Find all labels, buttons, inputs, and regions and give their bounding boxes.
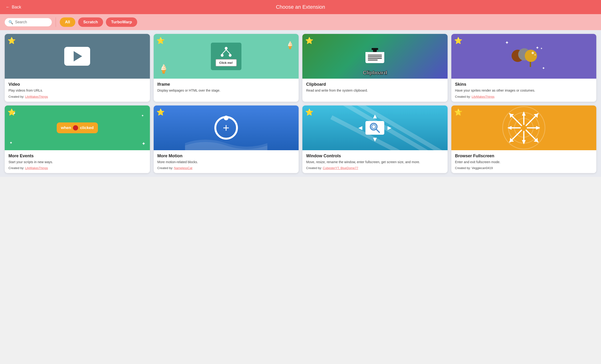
star-icon: ⭐ xyxy=(157,37,165,44)
clicked-text: clicked xyxy=(80,125,94,130)
extension-image-iframe: ⭐ 🍦 🍦 Click me! xyxy=(154,34,299,79)
clipboard-clip xyxy=(373,50,377,52)
extension-info-more-motion: More Motion More motion-related blocks. … xyxy=(154,150,299,173)
extension-info-skins: Skins Have your sprites render as other … xyxy=(451,79,597,102)
clipboard-title-overlay: Clipboard xyxy=(363,70,387,76)
clipboard-icon-group xyxy=(365,50,384,63)
extension-desc: Read and write from the system clipboard… xyxy=(306,88,444,93)
svg-point-8 xyxy=(525,50,537,62)
svg-point-18 xyxy=(503,107,545,149)
extension-desc: Have your sprites render as other images… xyxy=(455,88,593,93)
credit-link[interactable]: LilyMakesThings xyxy=(471,95,494,98)
window-arrows-group: ▲ ◄ ► ▼ xyxy=(357,112,393,143)
skins-candy-group: ✦ ✦ ✦ ✦ xyxy=(507,44,540,68)
search-input[interactable] xyxy=(15,20,48,24)
extension-info-window-controls: Window Controls Move, resize, rename the… xyxy=(302,150,448,173)
credit-name: Veggiecan0419 xyxy=(471,166,493,170)
extension-desc: Start your scripts in new ways. xyxy=(9,160,146,165)
extension-info-clipboard: Clipboard Read and write from the system… xyxy=(302,79,448,98)
video-play-icon xyxy=(64,47,90,66)
extension-card-window-controls[interactable]: ⭐ ▲ ◄ xyxy=(302,105,448,173)
sparkle-icon-3: ✦ xyxy=(540,47,543,50)
red-dot xyxy=(73,125,78,131)
extension-name: Iframe xyxy=(157,82,295,87)
extension-credit: Created by: CubesterYT, BlueDome77 xyxy=(306,166,444,170)
motion-plus-icon: + xyxy=(223,122,230,133)
svg-point-20 xyxy=(514,118,533,137)
motion-circle-icon: + xyxy=(214,116,238,140)
back-label: Back xyxy=(12,5,21,10)
window-middle-row: ◄ ► xyxy=(357,121,393,135)
extension-card-clipboard[interactable]: ⭐ Clipboard Clipboard Read and write fro… xyxy=(302,34,448,102)
extension-image-browser-fullscreen: ⭐ xyxy=(451,105,597,150)
extension-info-browser-fullscreen: Browser Fullscreen Enter and exit fullsc… xyxy=(451,150,597,173)
star-icon: ⭐ xyxy=(454,108,462,116)
extension-image-clipboard: ⭐ Clipboard xyxy=(302,34,448,79)
svg-line-17 xyxy=(376,129,379,132)
filter-bar: 🔍 All Scratch TurboWarp xyxy=(0,14,601,30)
candy-svg: ✦ xyxy=(507,44,540,68)
extension-card-more-events[interactable]: ⭐ ✦ ✦ ✦ ✦ when clicked More Events Start… xyxy=(5,105,150,173)
extension-image-more-motion: ⭐ + xyxy=(154,105,299,150)
back-button[interactable]: ← Back xyxy=(6,5,21,10)
page-title: Choose an Extension xyxy=(276,4,325,10)
extension-credit: Created by: NamelessCat xyxy=(157,166,295,170)
filter-scratch-button[interactable]: Scratch xyxy=(78,17,103,27)
credit-link[interactable]: NamelessCat xyxy=(174,166,192,170)
star-icon: ⭐ xyxy=(454,37,462,44)
svg-point-9 xyxy=(531,52,534,54)
star-icon: ⭐ xyxy=(8,108,16,116)
extension-card-video[interactable]: ⭐ Video Play videos from URLs. Created b… xyxy=(5,34,150,102)
extension-image-window-controls: ⭐ ▲ ◄ xyxy=(302,105,448,150)
svg-text:✦: ✦ xyxy=(536,45,539,50)
extension-desc: Play videos from URLs. xyxy=(9,88,146,93)
arrow-right-icon: ► xyxy=(386,124,393,131)
sparkle-bl: ✦ xyxy=(10,141,12,145)
play-triangle xyxy=(74,51,82,61)
star-icon: ⭐ xyxy=(305,37,313,44)
back-arrow-icon: ← xyxy=(6,5,10,10)
svg-point-16 xyxy=(372,125,376,129)
extension-name: Browser Fullscreen xyxy=(455,153,593,158)
extension-card-iframe[interactable]: ⭐ 🍦 🍦 Click me! Iframe Display webpages … xyxy=(154,34,299,102)
extension-desc: Move, resize, rename the window, enter f… xyxy=(306,160,444,165)
svg-line-3 xyxy=(222,50,226,54)
extension-name: Window Controls xyxy=(306,153,444,158)
filter-divider xyxy=(56,17,56,27)
scratch-fork-icon xyxy=(220,46,232,58)
extension-card-more-motion[interactable]: ⭐ + More Motion More motion-related bloc… xyxy=(154,105,299,173)
arrow-up-icon: ▲ xyxy=(371,112,378,120)
extension-desc: Enter and exit fullscreen mode. xyxy=(455,160,593,165)
star-icon: ⭐ xyxy=(8,37,16,44)
credit-link[interactable]: LilyMakesThings xyxy=(25,95,48,98)
extension-card-browser-fullscreen[interactable]: ⭐ xyxy=(451,105,597,173)
click-me-button: Click me! xyxy=(216,59,237,66)
extension-name: Video xyxy=(9,82,146,87)
ice-cream-icon-right: 🍦 xyxy=(286,41,294,49)
arrow-down-icon: ▼ xyxy=(371,136,378,143)
credit-link[interactable]: LilyMakesThings xyxy=(25,166,48,170)
search-container: 🔍 xyxy=(5,18,52,26)
extension-credit: Created by: LilyMakesThings xyxy=(9,166,146,170)
header: ← Back Choose an Extension xyxy=(0,0,601,14)
extension-image-more-events: ⭐ ✦ ✦ ✦ ✦ when clicked xyxy=(5,105,150,150)
filter-turbowarp-button[interactable]: TurboWarp xyxy=(106,17,137,27)
sparkle-icon: ✦ xyxy=(505,40,509,45)
window-frame xyxy=(365,121,384,135)
sparkle-icon-2: ✦ xyxy=(542,66,545,71)
star-icon: ⭐ xyxy=(157,108,165,116)
svg-point-0 xyxy=(225,47,228,50)
clip-line xyxy=(368,55,382,56)
extension-card-skins[interactable]: ⭐ ✦ ✦ ✦ xyxy=(451,34,597,102)
filter-all-button[interactable]: All xyxy=(60,17,75,27)
credit-link[interactable]: CubesterYT, BlueDome77 xyxy=(323,166,358,170)
svg-point-19 xyxy=(509,112,539,143)
extension-name: Clipboard xyxy=(306,82,444,87)
extension-credit: Created by: Veggiecan0419 xyxy=(455,166,593,170)
extension-desc: Display webpages or HTML over the stage. xyxy=(157,88,295,93)
arrow-left-icon: ◄ xyxy=(357,124,364,131)
when-text: when xyxy=(61,125,71,130)
clipboard-body xyxy=(365,52,384,63)
extension-info-more-events: More Events Start your scripts in new wa… xyxy=(5,150,150,173)
sparkle-br: ✦ xyxy=(142,141,146,146)
